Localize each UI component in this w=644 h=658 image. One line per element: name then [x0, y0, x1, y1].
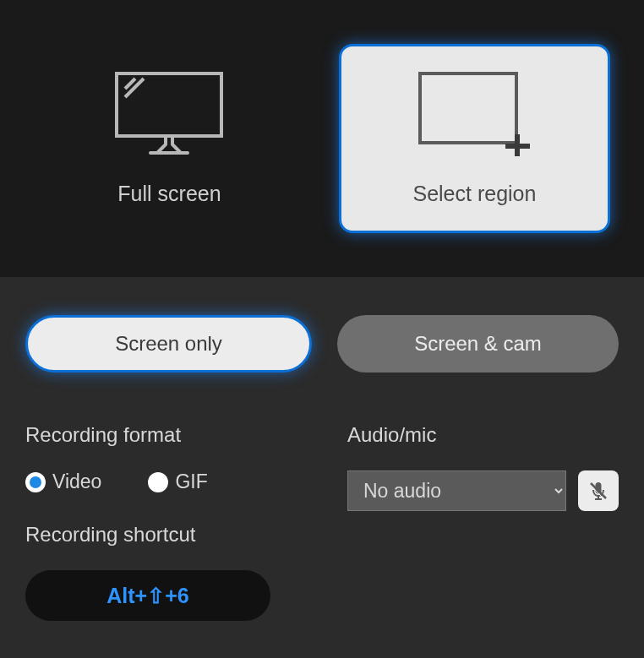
gif-radio[interactable]: GIF — [148, 470, 207, 493]
full-screen-option[interactable]: Full screen — [34, 44, 305, 233]
screen-only-button[interactable]: Screen only — [25, 315, 312, 373]
format-radio-group: Video GIF — [25, 470, 297, 493]
full-screen-label: Full screen — [117, 182, 221, 206]
region-icon — [418, 72, 530, 156]
settings-panel: Screen only Screen & cam Recording forma… — [0, 277, 644, 646]
shortcut-button[interactable]: Alt+⇧+6 — [25, 570, 270, 621]
radio-indicator-icon — [25, 472, 46, 492]
shortcut-label: Recording shortcut — [25, 523, 297, 547]
video-radio-label: Video — [52, 470, 101, 493]
audio-section: Audio/mic No audio — [347, 423, 619, 621]
select-region-option[interactable]: Select region — [339, 44, 610, 233]
audio-label: Audio/mic — [347, 423, 619, 447]
gif-radio-label: GIF — [175, 470, 207, 493]
recording-format-section: Recording format Video GIF Recording sho… — [25, 423, 297, 621]
mic-muted-icon — [587, 480, 609, 502]
recording-format-label: Recording format — [25, 423, 297, 447]
screen-cam-button[interactable]: Screen & cam — [337, 315, 619, 373]
svg-rect-4 — [420, 73, 516, 143]
monitor-icon — [115, 72, 223, 156]
video-radio[interactable]: Video — [25, 470, 101, 493]
mode-toggle: Screen only Screen & cam — [25, 315, 619, 373]
audio-select[interactable]: No audio — [347, 470, 566, 511]
capture-area-selector: Full screen Select region — [0, 0, 644, 277]
mic-toggle-button[interactable] — [578, 470, 619, 511]
radio-indicator-icon — [148, 472, 168, 492]
select-region-label: Select region — [412, 182, 536, 206]
